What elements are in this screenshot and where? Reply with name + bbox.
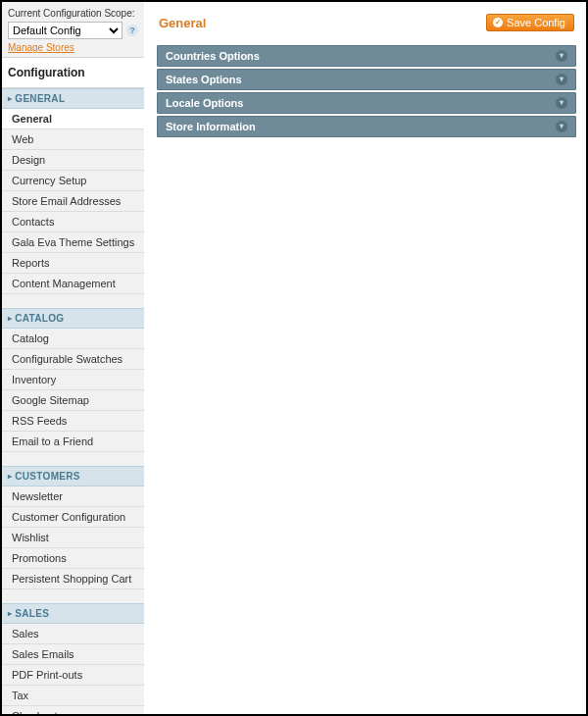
section-spacer bbox=[2, 452, 144, 466]
nav-item-reports[interactable]: Reports bbox=[2, 253, 144, 274]
sidebar: Current Configuration Scope: Default Con… bbox=[2, 2, 144, 714]
chevron-down-icon: ▾ bbox=[556, 50, 567, 62]
nav-item-label: Store Email Addresses bbox=[12, 195, 121, 207]
accordion-row-store-information[interactable]: Store Information▾ bbox=[157, 116, 576, 137]
chevron-down-icon: ▾ bbox=[556, 97, 567, 109]
nav-item-configurable-swatches[interactable]: Configurable Swatches bbox=[2, 349, 144, 370]
nav-item-label: Sales Emails bbox=[12, 648, 74, 660]
nav-item-store-email-addresses[interactable]: Store Email Addresses bbox=[2, 191, 144, 212]
nav-item-sales-emails[interactable]: Sales Emails bbox=[2, 644, 144, 665]
scope-row: Default Config ? bbox=[8, 22, 138, 39]
manage-stores-link[interactable]: Manage Stores bbox=[8, 42, 74, 53]
chevron-right-icon: ▸ bbox=[8, 473, 12, 481]
section-header[interactable]: ▸CUSTOMERS bbox=[2, 466, 144, 486]
accordion-label: Countries Options bbox=[166, 50, 260, 62]
section-title: SALES bbox=[15, 608, 49, 619]
nav-item-label: Currency Setup bbox=[12, 175, 86, 186]
nav-item-label: Promotions bbox=[12, 552, 67, 564]
nav-item-label: Design bbox=[12, 154, 45, 166]
nav-item-label: Contacts bbox=[12, 216, 54, 228]
nav-item-label: Wishlist bbox=[12, 532, 49, 543]
nav-item-label: RSS Feeds bbox=[12, 415, 67, 427]
configuration-heading: Configuration bbox=[2, 58, 144, 88]
section-spacer bbox=[2, 294, 144, 308]
accordion-row-countries-options[interactable]: Countries Options▾ bbox=[157, 45, 576, 67]
save-config-button[interactable]: ✓ Save Config bbox=[486, 14, 574, 31]
nav-item-customer-configuration[interactable]: Customer Configuration bbox=[2, 507, 144, 528]
accordion-label: Store Information bbox=[166, 121, 256, 132]
section-header[interactable]: ▸GENERAL bbox=[2, 88, 144, 109]
nav-item-promotions[interactable]: Promotions bbox=[2, 548, 144, 569]
nav-item-newsletter[interactable]: Newsletter bbox=[2, 486, 144, 507]
nav-item-label: Web bbox=[12, 133, 33, 145]
save-config-label: Save Config bbox=[507, 17, 565, 28]
nav-item-persistent-shopping-cart[interactable]: Persistent Shopping Cart bbox=[2, 569, 144, 589]
nav-item-label: PDF Print-outs bbox=[12, 669, 82, 681]
nav-item-label: Content Management bbox=[12, 278, 116, 289]
section-header[interactable]: ▸SALES bbox=[2, 603, 144, 624]
accordion-row-states-options[interactable]: States Options▾ bbox=[157, 69, 576, 90]
nav-item-general[interactable]: General bbox=[2, 109, 144, 129]
nav-item-web[interactable]: Web bbox=[2, 129, 144, 150]
nav-item-sales[interactable]: Sales bbox=[2, 624, 144, 644]
nav-item-label: Sales bbox=[12, 628, 39, 639]
section-title: GENERAL bbox=[15, 93, 65, 104]
section-header[interactable]: ▸CATALOG bbox=[2, 308, 144, 329]
help-icon[interactable]: ? bbox=[126, 25, 138, 36]
nav-item-label: Newsletter bbox=[12, 490, 63, 502]
accordion-label: Locale Options bbox=[166, 97, 243, 109]
nav-item-label: Email to a Friend bbox=[12, 435, 93, 447]
nav-item-catalog[interactable]: Catalog bbox=[2, 329, 144, 349]
chevron-right-icon: ▸ bbox=[8, 610, 12, 618]
nav-item-design[interactable]: Design bbox=[2, 150, 144, 171]
nav-item-label: Gala Eva Theme Settings bbox=[12, 236, 134, 248]
nav-item-contacts[interactable]: Contacts bbox=[2, 212, 144, 232]
chevron-down-icon: ▾ bbox=[556, 121, 567, 132]
section-spacer bbox=[2, 589, 144, 603]
chevron-right-icon: ▸ bbox=[8, 315, 12, 323]
nav-item-email-to-a-friend[interactable]: Email to a Friend bbox=[2, 432, 144, 452]
scope-block: Current Configuration Scope: Default Con… bbox=[2, 2, 144, 58]
nav-item-label: Catalog bbox=[12, 332, 49, 344]
nav-item-label: Configurable Swatches bbox=[12, 353, 122, 365]
nav-item-label: Persistent Shopping Cart bbox=[12, 573, 131, 585]
section-title: CUSTOMERS bbox=[15, 471, 79, 482]
nav-item-rss-feeds[interactable]: RSS Feeds bbox=[2, 411, 144, 432]
nav-item-gala-eva-theme-settings[interactable]: Gala Eva Theme Settings bbox=[2, 232, 144, 253]
page-title: General bbox=[159, 16, 206, 30]
nav-item-content-management[interactable]: Content Management bbox=[2, 274, 144, 294]
nav-item-label: Reports bbox=[12, 257, 50, 269]
nav-item-label: General bbox=[12, 113, 52, 125]
section-title: CATALOG bbox=[15, 313, 64, 324]
nav-item-checkout[interactable]: Checkout bbox=[2, 706, 144, 716]
nav-item-currency-setup[interactable]: Currency Setup bbox=[2, 171, 144, 191]
nav-item-google-sitemap[interactable]: Google Sitemap bbox=[2, 390, 144, 411]
nav-item-label: Tax bbox=[12, 690, 28, 701]
accordion-label: States Options bbox=[166, 74, 242, 85]
chevron-down-icon: ▾ bbox=[556, 74, 567, 85]
nav-item-label: Customer Configuration bbox=[12, 511, 125, 523]
nav-item-label: Google Sitemap bbox=[12, 394, 89, 406]
check-icon: ✓ bbox=[493, 18, 503, 27]
nav-item-inventory[interactable]: Inventory bbox=[2, 370, 144, 390]
app-frame: Current Configuration Scope: Default Con… bbox=[0, 0, 588, 716]
nav-item-tax[interactable]: Tax bbox=[2, 686, 144, 706]
nav-item-pdf-print-outs[interactable]: PDF Print-outs bbox=[2, 665, 144, 686]
accordion-row-locale-options[interactable]: Locale Options▾ bbox=[157, 92, 576, 114]
nav-item-wishlist[interactable]: Wishlist bbox=[2, 528, 144, 548]
scope-select[interactable]: Default Config bbox=[8, 22, 122, 39]
page-header: General ✓ Save Config bbox=[157, 10, 576, 31]
main-content: General ✓ Save Config Countries Options▾… bbox=[147, 2, 586, 147]
chevron-right-icon: ▸ bbox=[8, 95, 12, 103]
scope-label: Current Configuration Scope: bbox=[8, 8, 138, 19]
nav-item-label: Inventory bbox=[12, 374, 56, 385]
nav-item-label: Checkout bbox=[12, 710, 57, 716]
